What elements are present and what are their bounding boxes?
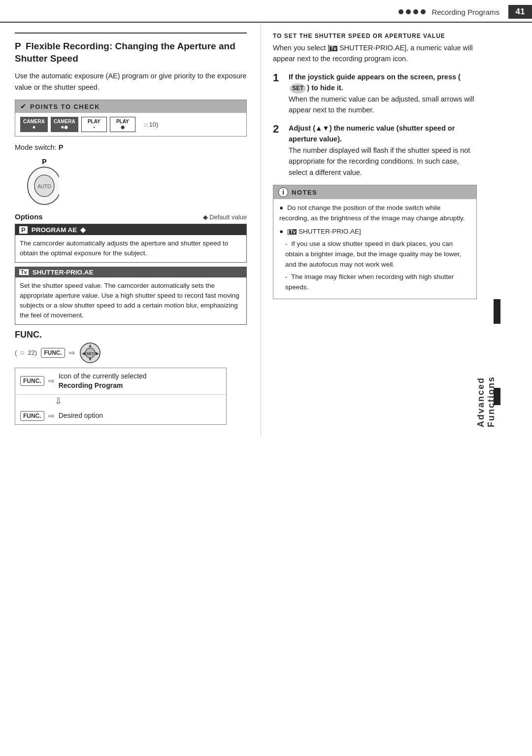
mode-switch-label: Mode switch: [15, 143, 57, 151]
to-set-body: When you select [Tv SHUTTER-PRIO.AE], a … [273, 42, 477, 65]
func-button-label: FUNC. [41, 348, 65, 358]
mode-icons: CAMERA ■ CAMERA ■◉ PLAY ▪ PLAY ◉ [20, 117, 135, 132]
svg-text:▶: ▶ [95, 351, 99, 356]
bullet-icon-3: - [285, 240, 288, 247]
step-2-body: The number displayed will flash if the s… [289, 145, 477, 178]
options-header: Options ◆ Default value [15, 212, 247, 221]
bullet-icon-2: ● [279, 228, 283, 235]
step-2-num: 2 [273, 123, 284, 178]
program-icon: P [19, 226, 28, 234]
note-text-3: If you use a slow shutter speed in dark … [285, 240, 461, 268]
mode-switch-line: Mode switch: P [15, 143, 247, 151]
svg-text:AUTO: AUTO [37, 184, 51, 189]
to-set-body-text: When you select [Tv SHUTTER-PRIO.AE], a … [273, 44, 473, 63]
step-2: 2 Adjust (▲▼) the numeric value (shutter… [273, 123, 477, 178]
option-program-ae-box: P PROGRAM AE ◆ The camcorder automatical… [15, 224, 247, 263]
func-diagram-row2: FUNC. ⇨ Desired option [15, 408, 226, 424]
page-header: Recording Programs 41 [0, 0, 532, 23]
svg-text:SET: SET [86, 351, 94, 356]
mode-play2: PLAY ◉ [110, 117, 135, 132]
dot2 [406, 9, 411, 14]
set-button-svg: SET ▲ ▼ ◀ ▶ [79, 342, 101, 364]
mode-camera2: CAMERA ■◉ [51, 117, 78, 132]
points-header-label: Points to Check [30, 103, 100, 110]
note-text-4: The image may flicker when recording wit… [285, 273, 454, 291]
svg-text:▼: ▼ [88, 357, 92, 362]
dot4 [421, 9, 426, 14]
func-btn-2: FUNC. [20, 411, 44, 421]
header-dots [399, 9, 426, 14]
bullet-icon-1: ● [279, 204, 283, 211]
arrow-icon-1: ⇨ [48, 377, 55, 385]
sidebar-label-area: Advanced Functions [273, 329, 477, 427]
header-title: Recording Programs [432, 8, 499, 16]
option-program-ae-star: ◆ [80, 226, 86, 234]
note-item-4: - The image may flicker when recording w… [285, 272, 470, 293]
step-1-body: When the numeric value can be adjusted, … [289, 94, 477, 116]
step-1-content: If the joystick guide appears on the scr… [289, 71, 477, 116]
svg-text:◀: ◀ [81, 351, 85, 356]
points-content: CAMERA ■ CAMERA ■◉ PLAY ▪ PLAY ◉ [15, 113, 246, 136]
option-program-ae-header: P PROGRAM AE ◆ [15, 224, 246, 235]
step-2-title: Adjust (▲▼) the numeric value (shutter s… [289, 123, 477, 145]
step-1: 1 If the joystick guide appears on the s… [273, 71, 477, 116]
option-program-ae-label: PROGRAM AE [32, 226, 77, 234]
default-note: ◆ Default value [203, 213, 247, 221]
points-header: ✔ Points to Check [15, 100, 246, 113]
func-row: ( □ 22) FUNC. ⇨ SET ▲ ▼ ◀ ▶ [15, 342, 247, 364]
section-body: Use the automatic exposure (AE) program … [15, 70, 247, 93]
tv-icon: Tv [19, 269, 29, 275]
mode-camera1: CAMERA ■ [20, 117, 48, 132]
func-diagram-text2: Desired option [59, 411, 103, 421]
section-title-text: Flexible Recording: Changing the Apertur… [15, 41, 235, 64]
option-shutter-prio-box: Tv SHUTTER-PRIO.AE Set the shutter speed… [15, 267, 247, 325]
set-inline-icon: SET [290, 83, 306, 94]
note-item-3: - If you use a slow shutter speed in dar… [285, 239, 470, 270]
func-ref-icon: □ [21, 350, 24, 355]
func-diagram-row1: FUNC. ⇨ Icon of the currently selected R… [15, 368, 226, 395]
dot3 [413, 9, 418, 14]
section-title: P Flexible Recording: Changing the Apert… [15, 40, 247, 65]
svg-text:P: P [42, 158, 46, 166]
func-ref: ( [15, 349, 17, 356]
dial-area: P AUTO [20, 156, 247, 206]
note-item-1: ● Do not change the position of the mode… [279, 203, 470, 224]
down-arrow-row: ⇩ [15, 395, 226, 408]
advanced-functions-label: Advanced Functions [476, 334, 497, 427]
left-column: P Flexible Recording: Changing the Apert… [0, 23, 261, 437]
option-shutter-prio-label: SHUTTER-PRIO.AE [33, 269, 94, 276]
arrow-icon-2: ⇨ [48, 412, 55, 420]
mode-play1: PLAY ▪ [81, 117, 107, 132]
func-title: FUNC. [15, 330, 247, 340]
options-title: Options [15, 212, 43, 221]
top-divider [15, 33, 247, 34]
p-recording-icon: P [15, 41, 21, 51]
page-ref: □ 10) [144, 121, 158, 128]
func-diagram-text1: Icon of the currently selected Recording… [59, 372, 147, 391]
dot1 [399, 9, 403, 14]
checkmark-icon: ✔ [20, 102, 27, 111]
option-shutter-prio-header: Tv SHUTTER-PRIO.AE [15, 267, 246, 277]
notes-body: ● Do not change the position of the mode… [273, 199, 476, 298]
notes-box: i Notes ● Do not change the position of … [273, 185, 477, 299]
diagram-text1-line2-bold: Recording Program [59, 381, 123, 389]
arrow-down-icon: ⇩ [55, 396, 62, 406]
step-2-content: Adjust (▲▼) the numeric value (shutter s… [289, 123, 477, 178]
mode-switch-value: P [59, 143, 64, 151]
notes-header-label: Notes [292, 189, 317, 196]
sidebar-black-bar-bottom [494, 388, 500, 405]
sidebar-black-bar-top [494, 299, 500, 324]
info-icon: i [278, 187, 288, 197]
step-1-title: If the joystick guide appears on the scr… [289, 71, 477, 94]
option-program-ae-body: The camcorder automatically adjusts the … [15, 235, 246, 262]
dial-svg: P AUTO [20, 156, 59, 206]
arrow-right-icon: ⇨ [69, 348, 75, 357]
func-diagram: FUNC. ⇨ Icon of the currently selected R… [15, 368, 227, 425]
to-set-header: To set the shutter speed or aperture val… [273, 33, 477, 39]
note-item-2: ● [Tv SHUTTER-PRIO.AE] [279, 227, 470, 237]
right-column: To set the shutter speed or aperture val… [261, 23, 502, 437]
svg-text:▲: ▲ [88, 343, 92, 348]
bullet-icon-4: - [285, 273, 288, 280]
main-content: P Flexible Recording: Changing the Apert… [0, 23, 532, 437]
func-ref-num: 22) [28, 349, 37, 356]
